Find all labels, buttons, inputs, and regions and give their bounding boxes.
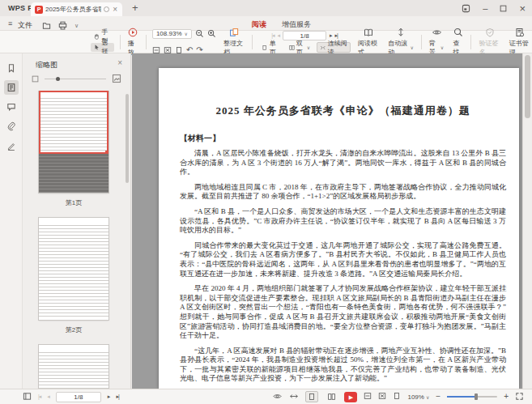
zoom-level-value: 108.93%	[156, 30, 182, 37]
file-menu[interactable]: 文件	[18, 20, 32, 31]
zoom-level-dropdown[interactable]: 108.93% ∨	[152, 29, 192, 39]
slider-knob[interactable]	[56, 77, 60, 81]
page-2-thumbnail[interactable]	[39, 218, 109, 320]
select-tool-button[interactable]: 选择	[91, 43, 114, 52]
next-page-icon[interactable]: ▸	[108, 393, 110, 400]
page-1-viewport-indicator[interactable]	[39, 91, 109, 154]
signature-panel-icon[interactable]	[4, 138, 19, 153]
single-page-button[interactable]: 单页	[258, 42, 283, 53]
actual-size-icon[interactable]	[393, 392, 401, 402]
last-page-icon[interactable]: ▸|	[116, 393, 118, 400]
reading-mode-button[interactable]: 阅读模式	[356, 28, 381, 57]
maximize-button[interactable]	[500, 5, 507, 12]
statusbar-page-input[interactable]	[56, 392, 101, 402]
toolbar-separator	[120, 35, 121, 49]
quick-access-chevron-icon[interactable]: ∨	[74, 23, 79, 29]
thumbnails-panel-header: 缩略图 ×	[23, 53, 130, 73]
paragraph: 清晨，A 区居民小陈准备烧饭，打开水龙头，清澈的自来水哗哗流出。这股来自 13 …	[180, 149, 506, 177]
single-page-view-icon[interactable]	[305, 391, 318, 402]
page-3-thumbnail[interactable]	[39, 345, 109, 389]
redo-icon[interactable]: ↷	[196, 46, 202, 54]
navigation-icon-strip	[0, 53, 23, 389]
previous-page-icon[interactable]: ◂	[47, 393, 49, 400]
titlebar: WPS PDF P 2025年公务员多省联考《申... × + – ×	[0, 0, 532, 16]
statusbar-view-controls: ▶ 109% ∨ − +	[272, 391, 524, 402]
zoom-group: 108.93% ∨ ↶	[152, 27, 216, 57]
double-page-button[interactable]: 双页 ∨	[286, 42, 313, 53]
background-eye-icon[interactable]	[272, 392, 283, 402]
organize-document-button[interactable]: 整理文档	[222, 28, 246, 57]
document-tab[interactable]: P 2025年公务员多省联考《申... ×	[31, 2, 122, 16]
panel-close-icon[interactable]: ×	[117, 58, 122, 67]
window-controls: – ×	[462, 0, 526, 16]
fit-page-icon[interactable]	[378, 392, 386, 402]
play-mode-button[interactable]: ▶	[344, 392, 357, 402]
toolbar-separator	[421, 35, 422, 49]
comments-panel-icon[interactable]	[4, 100, 19, 114]
document-view-area: 2025 年公务员多省联考《申论》（福建通用卷）题 【材料一】 清晨，A 区居民…	[132, 53, 532, 389]
paragraph: 早在 2020 年 4 月，两地组织部门就签署了人才协同发展战略合作框架协议，建…	[180, 284, 506, 341]
zoom-in-button[interactable]: +	[504, 393, 509, 401]
tab-close-icon[interactable]: ×	[112, 6, 118, 14]
bookmarks-panel-icon[interactable]	[4, 61, 19, 75]
paragraph: “这几年，A 区高速发展对 B 县的辐射带动正在逐步增强，两地产业互补性、协调性…	[180, 347, 506, 384]
tab-title: 2025年公务员多省联考《申...	[45, 5, 101, 14]
sync-status-icon	[104, 6, 109, 12]
attachments-panel-icon[interactable]	[4, 119, 19, 134]
document-scrollbar[interactable]	[522, 53, 532, 389]
auto-scroll-button[interactable]: 自动滚动 ∨	[386, 28, 415, 57]
thumbnails-panel-title: 缩略图	[36, 60, 57, 70]
wps-pdf-window: WPS PDF P 2025年公务员多省联考《申... × + – × ≡ 文件	[0, 0, 532, 404]
double-page-chevron-icon: ∨	[307, 45, 310, 50]
toolbar-separator	[252, 35, 253, 49]
close-window-button[interactable]: ×	[519, 3, 526, 14]
thumbnail-panel-scrollbar[interactable]	[126, 94, 129, 183]
toggle-sidebar-icon[interactable]	[23, 392, 32, 402]
find-button[interactable]: 查找	[451, 28, 465, 57]
ribbon-tab-read[interactable]: 阅读	[252, 19, 266, 30]
small-thumbnail-icon	[32, 75, 39, 83]
statusbar-zoom-value: 109%	[407, 393, 423, 401]
double-page-view-icon[interactable]	[325, 391, 338, 402]
new-tab-button[interactable]: +	[132, 2, 138, 14]
ribbon-tab-value-added[interactable]: 增值服务	[282, 19, 311, 30]
minimize-button[interactable]: –	[483, 4, 487, 13]
page-2-label: 第2页	[23, 325, 125, 334]
zoom-out-icon[interactable]	[195, 27, 204, 41]
thumbnails-panel-icon[interactable]	[4, 80, 19, 95]
play-presentation-button[interactable]: 播放	[126, 28, 140, 57]
material-1-heading: 【材料一】	[180, 133, 506, 144]
statusbar-zoom-chevron-icon: ∨	[426, 394, 429, 400]
main-menu-icon[interactable]: ≡	[8, 19, 12, 28]
zoom-slider-knob[interactable]	[475, 393, 478, 400]
zoom-in-icon[interactable]	[207, 27, 216, 41]
zoom-slider-fill	[447, 396, 475, 398]
verify-signature-button: 验证签名	[477, 28, 501, 57]
thumbnails-panel: 缩略图 × 第1页 第2页	[23, 53, 131, 389]
fullscreen-icon[interactable]	[515, 392, 524, 402]
toolbar-separator	[470, 35, 471, 49]
first-page-icon[interactable]: |◂	[38, 393, 40, 400]
workspace-icon[interactable]	[462, 4, 470, 13]
zoom-out-button[interactable]: −	[436, 393, 440, 401]
certificate-manage-button[interactable]: 证书管理	[508, 28, 532, 57]
background-button[interactable]: 背景 ∨	[428, 28, 445, 57]
background-chevron-icon: ∨	[440, 45, 444, 50]
statusbar-page-navigation: |◂ ◂ ▸ ▸|	[23, 392, 119, 402]
document-scrollbar-thumb[interactable]	[525, 55, 530, 118]
zoom-chevron-icon: ∨	[185, 31, 188, 36]
statusbar-zoom-dropdown[interactable]: 109% ∨	[407, 393, 429, 401]
thumbnail-size-slider[interactable]	[45, 79, 106, 79]
document-page-1[interactable]: 2025 年公务员多省联考《申论》（福建通用卷）题 【材料一】 清晨，A 区居民…	[159, 68, 519, 389]
fit-width-icon[interactable]	[364, 392, 372, 402]
thumbnail-list: 第1页 第2页	[23, 91, 125, 389]
statusbar: |◂ ◂ ▸ ▸| ▶	[0, 389, 532, 404]
paragraph: 两地地域相连且同属 C 市，2018 年，在市政府主导下，两地签署战略合作协议，…	[180, 183, 506, 202]
fit-window-icon[interactable]	[289, 392, 299, 402]
page-1-label: 第1页	[23, 198, 125, 207]
zoom-slider[interactable]	[447, 396, 497, 398]
thumbnail-size-slider-row	[23, 73, 130, 84]
continuous-reading-button[interactable]: 连续阅读	[317, 42, 351, 53]
page-1-thumbnail[interactable]	[39, 91, 109, 193]
undo-icon[interactable]: ↶	[186, 46, 193, 54]
